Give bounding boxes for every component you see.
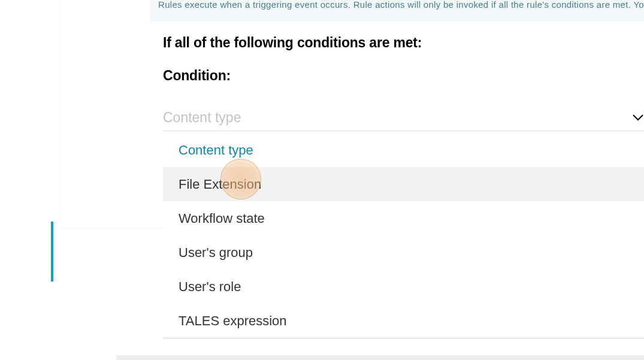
condition-type-dropdown[interactable]: Content type: [163, 105, 644, 131]
option-users-role[interactable]: User's role: [163, 270, 644, 304]
option-label: User's group: [179, 245, 253, 261]
bottom-divider: [116, 355, 644, 360]
sidebar-area: [0, 0, 60, 360]
option-workflow-state[interactable]: Workflow state: [163, 201, 644, 235]
condition-type-options: Content type File Extension Workflow sta…: [163, 133, 644, 338]
option-label: Content type: [179, 143, 253, 158]
option-file-extension[interactable]: File Extension: [163, 167, 644, 201]
info-banner-text: Rules execute when a triggering event oc…: [158, 0, 644, 9]
option-label: File Extension: [179, 177, 261, 192]
option-label: TALES expression: [179, 313, 287, 329]
option-users-group[interactable]: User's group: [163, 235, 644, 270]
sidebar-indicator: [51, 222, 53, 282]
condition-label: Condition:: [163, 68, 231, 84]
option-content-type[interactable]: Content type: [163, 133, 644, 167]
option-label: User's role: [179, 279, 241, 295]
option-label: Workflow state: [179, 211, 265, 226]
conditions-heading: If all of the following conditions are m…: [163, 35, 422, 51]
dropdown-selected-value: Content type: [163, 110, 241, 126]
info-banner: Rules execute when a triggering event oc…: [150, 0, 644, 22]
chevron-down-icon: [632, 112, 644, 124]
option-tales-expression[interactable]: TALES expression: [163, 304, 644, 338]
